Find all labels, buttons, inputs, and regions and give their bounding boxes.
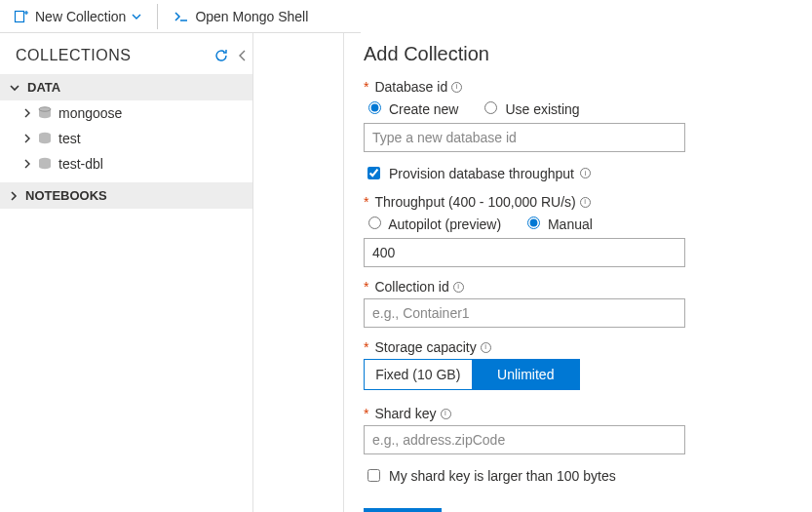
collection-id-input[interactable]: [364, 298, 685, 328]
add-collection-panel: Add Collection * Database id i Create ne…: [344, 33, 812, 512]
throughput-label: Throughput (400 - 100,000 RU/s): [374, 194, 575, 210]
sidebar-group-notebooks-label: NOTEBOOKS: [25, 188, 107, 203]
db-mode-existing-label: Use existing: [505, 101, 579, 117]
sidebar-title: COLLECTIONS: [16, 47, 131, 64]
database-id-input[interactable]: [364, 123, 685, 152]
db-mode-create-label: Create new: [389, 101, 459, 117]
new-collection-icon: [14, 9, 29, 24]
database-icon: [37, 157, 53, 171]
required-indicator: *: [364, 406, 368, 421]
throughput-manual-label: Manual: [548, 217, 593, 232]
chevron-down-icon: [132, 12, 141, 21]
info-icon[interactable]: i: [451, 82, 462, 93]
throughput-autopilot-radio[interactable]: Autopilot (preview): [364, 214, 501, 232]
collapse-icon[interactable]: [237, 49, 249, 62]
sidebar-item-mongoose[interactable]: mongoose: [0, 100, 252, 126]
database-id-label: Database id: [374, 79, 447, 95]
large-shard-label: My shard key is larger than 100 bytes: [389, 468, 616, 484]
required-indicator: *: [364, 339, 368, 355]
chevron-right-icon: [23, 108, 31, 118]
collection-id-label: Collection id: [374, 279, 448, 295]
shard-key-label: Shard key: [374, 406, 436, 421]
database-icon: [37, 106, 53, 120]
shard-key-input[interactable]: [364, 425, 685, 454]
required-indicator: *: [364, 79, 368, 95]
open-shell-button[interactable]: Open Mongo Shell: [170, 7, 312, 26]
throughput-input[interactable]: [364, 238, 685, 267]
chevron-right-icon: [23, 159, 31, 169]
chevron-down-icon: [10, 83, 19, 93]
refresh-icon[interactable]: [213, 48, 229, 63]
sidebar-item-test[interactable]: test: [0, 126, 252, 151]
chevron-right-icon: [23, 134, 31, 143]
storage-fixed-button[interactable]: Fixed (10 GB): [364, 359, 472, 390]
sidebar-group-notebooks[interactable]: NOTEBOOKS: [0, 182, 252, 209]
provision-throughput-label: Provision database throughput: [389, 166, 574, 181]
database-icon: [37, 132, 53, 145]
top-toolbar: New Collection Open Mongo Shell: [0, 0, 361, 33]
sidebar-group-data[interactable]: DATA: [0, 74, 252, 100]
throughput-manual-radio[interactable]: Manual: [522, 214, 593, 232]
large-shard-checkbox[interactable]: [367, 469, 380, 482]
info-icon[interactable]: i: [453, 282, 464, 293]
open-shell-label: Open Mongo Shell: [195, 9, 308, 24]
storage-label: Storage capacity: [374, 339, 476, 355]
toolbar-separator: [157, 4, 158, 29]
info-icon[interactable]: i: [580, 168, 591, 178]
ok-button[interactable]: OK: [364, 508, 442, 512]
panel-title: Add Collection: [364, 43, 796, 65]
storage-unlimited-button[interactable]: Unlimited: [472, 359, 581, 390]
db-mode-create-radio[interactable]: Create new: [364, 98, 458, 117]
chevron-right-icon: [10, 191, 18, 201]
sidebar-item-test-dbl[interactable]: test-dbl: [0, 151, 252, 177]
svg-rect-0: [16, 11, 24, 21]
new-collection-button[interactable]: New Collection: [10, 7, 145, 26]
info-icon[interactable]: i: [481, 342, 491, 353]
required-indicator: *: [364, 279, 368, 295]
throughput-autopilot-label: Autopilot (preview): [388, 217, 501, 232]
sidebar-group-data-label: DATA: [27, 80, 60, 95]
db-mode-existing-radio[interactable]: Use existing: [480, 98, 579, 117]
sidebar-item-label: mongoose: [58, 105, 122, 121]
provision-throughput-checkbox[interactable]: [367, 167, 380, 179]
sidebar-item-label: test: [58, 131, 81, 146]
info-icon[interactable]: i: [580, 197, 591, 208]
info-icon[interactable]: i: [441, 409, 451, 419]
sidebar-item-label: test-dbl: [58, 156, 103, 172]
editor-pane: [253, 33, 344, 512]
new-collection-label: New Collection: [35, 9, 126, 24]
sidebar: COLLECTIONS DATA: [0, 33, 253, 512]
required-indicator: *: [364, 194, 368, 210]
shell-icon: [174, 9, 189, 24]
